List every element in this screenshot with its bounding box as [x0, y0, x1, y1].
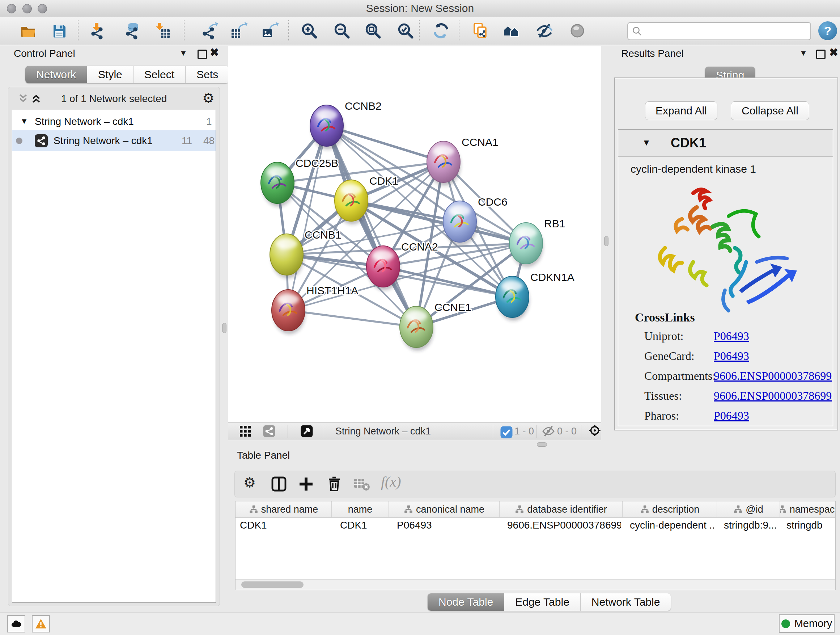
network-node-CDKN1A[interactable]: CDKN1A — [496, 271, 575, 321]
collapse-all-button[interactable]: Collapse All — [731, 101, 809, 120]
network-node-RB1[interactable]: RB1 — [509, 218, 565, 267]
column-header-@id[interactable]: @id — [717, 501, 780, 517]
network-node-CCNE1[interactable]: CCNE1 — [400, 301, 471, 351]
table-cell[interactable]: stringdb:9... — [715, 518, 778, 533]
import-database-icon[interactable] — [124, 22, 141, 40]
column-header-description[interactable]: description — [622, 501, 717, 517]
hierarchy-icon — [733, 505, 743, 514]
table-tab-node-table[interactable]: Node Table — [428, 593, 504, 611]
tab-style[interactable]: Style — [87, 66, 133, 83]
network-view-canvas[interactable]: CCNB2 CCNA1 CDC25B CDK1 CDC6 RB1 CCNB1 — [228, 46, 601, 422]
table-cell[interactable]: CDK1 — [235, 518, 332, 533]
export-table-icon[interactable] — [230, 22, 248, 40]
node-table[interactable]: shared namenamecanonical namedatabase id… — [235, 501, 836, 590]
crosslink-link[interactable]: 9606.ENSP00000378699 — [714, 389, 832, 402]
bottom-splitter-handle[interactable] — [537, 442, 547, 447]
cloud-status-button[interactable] — [7, 615, 25, 632]
network-edge[interactable] — [327, 126, 444, 162]
column-header-database-identifier[interactable]: database identifier — [500, 501, 622, 517]
network-edge[interactable] — [288, 310, 416, 327]
zoom-out-icon[interactable] — [333, 22, 351, 40]
help-button[interactable]: ? — [818, 21, 837, 40]
show-all-icon[interactable] — [569, 22, 586, 40]
results-panel-float-icon[interactable] — [816, 50, 826, 59]
results-panel-close-icon[interactable]: ✖ — [829, 46, 838, 59]
function-builder-icon[interactable]: f(x) — [381, 473, 398, 491]
tab-sets[interactable]: Sets — [185, 66, 229, 83]
import-table-icon[interactable] — [154, 22, 171, 40]
warnings-button[interactable] — [32, 615, 50, 632]
zoom-in-icon[interactable] — [301, 22, 318, 40]
crosslink-link[interactable]: P06493 — [714, 349, 749, 363]
control-panel-float-icon[interactable] — [197, 50, 207, 59]
zoom-fit-icon[interactable] — [364, 22, 382, 40]
network-options-gear-icon[interactable]: ⚙ — [202, 89, 215, 107]
section-expander-icon[interactable]: ▼ — [642, 138, 651, 148]
save-session-icon[interactable] — [51, 22, 68, 40]
network-row-selected[interactable]: String Network – cdk1 11 48 — [12, 130, 216, 151]
network-edge[interactable] — [383, 266, 512, 297]
network-node-CCNA1[interactable]: CCNA1 — [427, 136, 499, 186]
table-tab-network-table[interactable]: Network Table — [580, 593, 671, 611]
network-node-CCNB2[interactable]: CCNB2 — [310, 100, 382, 149]
delete-column-trash-icon[interactable] — [325, 475, 343, 493]
open-session-icon[interactable] — [19, 22, 37, 40]
selected-nodes-checkbox-icon[interactable] — [500, 426, 511, 437]
column-header-namespace[interactable]: namespace — [780, 501, 836, 517]
table-cell[interactable]: stringdb — [778, 518, 835, 533]
crosslink-link[interactable]: 9606.ENSP00000378699 — [714, 369, 832, 383]
birds-eye-view-icon[interactable] — [300, 424, 313, 438]
search-field[interactable] — [627, 22, 811, 40]
network-edge[interactable] — [327, 126, 416, 327]
tab-select[interactable]: Select — [133, 66, 185, 83]
network-badge-icon[interactable] — [263, 424, 276, 438]
control-panel-close-icon[interactable]: ✖ — [210, 46, 219, 59]
column-header-name[interactable]: name — [332, 501, 389, 517]
right-splitter-handle[interactable] — [604, 236, 608, 246]
first-neighbors-icon[interactable] — [502, 22, 520, 40]
show-columns-icon[interactable] — [270, 475, 287, 493]
column-label: database identifier — [527, 504, 607, 515]
refresh-icon[interactable] — [432, 22, 450, 40]
export-image-icon[interactable] — [261, 22, 279, 40]
import-network-icon[interactable] — [89, 22, 106, 40]
crosslink-link[interactable]: P06493 — [714, 409, 749, 423]
left-splitter-handle[interactable] — [222, 323, 226, 333]
network-collection-row[interactable]: ▼ String Network – cdk1 1 — [12, 113, 216, 130]
network-node-CDC6[interactable]: CDC6 — [443, 196, 508, 245]
scrollbar-thumb[interactable] — [241, 581, 303, 588]
network-node-HIST1H1A[interactable]: HIST1H1A — [272, 285, 358, 334]
table-tab-edge-table[interactable]: Edge Table — [504, 593, 580, 611]
hide-selected-icon[interactable] — [536, 22, 553, 40]
add-column-icon[interactable] — [297, 475, 315, 493]
column-header-canonical-name[interactable]: canonical name — [389, 501, 500, 517]
tree-expander-icon[interactable]: ▼ — [20, 117, 28, 126]
table-options-gear-icon[interactable]: ⚙ — [243, 474, 261, 491]
toolbar-separator — [78, 20, 79, 41]
tab-network[interactable]: Network — [25, 66, 87, 83]
zoom-selected-icon[interactable] — [397, 22, 414, 40]
search-input[interactable] — [643, 24, 810, 38]
hidden-eye-slash-icon[interactable] — [542, 424, 555, 438]
table-cell[interactable]: CDK1 — [332, 518, 388, 533]
table-cell[interactable]: P06493 — [388, 518, 499, 533]
delete-table-icon[interactable] — [353, 475, 370, 493]
node-section-header[interactable]: ▼ CDK1 — [618, 130, 833, 157]
grid-view-icon[interactable] — [239, 424, 252, 438]
memory-button[interactable]: Memory — [779, 614, 835, 633]
table-row[interactable]: CDK1CDK1P064939606.ENSP00000378699cyclin… — [235, 518, 835, 533]
clone-network-icon[interactable] — [472, 22, 489, 40]
table-cell[interactable]: cyclin-dependent ... — [621, 518, 715, 533]
expand-all-button[interactable]: Expand All — [645, 101, 717, 120]
table-cell[interactable]: 9606.ENSP00000378699 — [499, 518, 621, 533]
crosslink-row: Pharos:P06493 — [618, 409, 833, 429]
export-network-icon[interactable] — [201, 22, 218, 40]
fit-selected-crosshair-icon[interactable] — [588, 424, 603, 439]
table-horizontal-scrollbar[interactable] — [235, 579, 835, 590]
crosslink-link[interactable]: P06493 — [714, 329, 749, 343]
results-panel-menu-caret-icon[interactable]: ▼ — [799, 49, 807, 58]
control-panel-menu-caret-icon[interactable]: ▼ — [180, 49, 187, 58]
column-header-shared-name[interactable]: shared name — [235, 501, 332, 517]
network-tree: ▼ String Network – cdk1 1 String Network… — [12, 110, 216, 603]
hierarchy-icon — [515, 505, 524, 514]
